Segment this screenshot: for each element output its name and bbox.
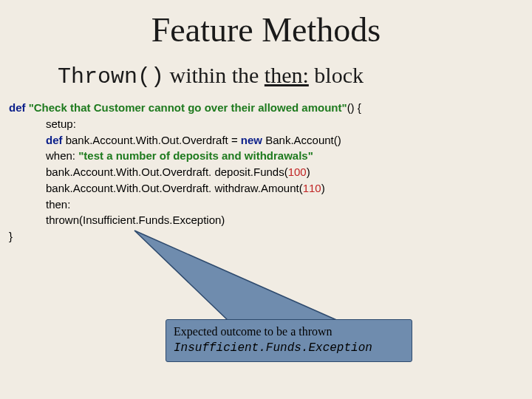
code-line-when: when: "test a number of deposits and wit… xyxy=(9,148,532,164)
keyword-def: def xyxy=(9,101,29,114)
keyword-new: new xyxy=(241,134,265,146)
slide-subtitle: Thrown() within the then: block xyxy=(0,50,532,89)
deposit-call: bank.Account.With.Out.Overdraft. deposit… xyxy=(46,166,288,178)
slide-title: Feature Methods xyxy=(0,0,532,50)
code-tail: () { xyxy=(347,101,361,114)
code-line-deposit: bank.Account.With.Out.Overdraft. deposit… xyxy=(9,164,532,180)
subtitle-mid: within the xyxy=(164,63,265,87)
code-line-withdraw: bank.Account.With.Out.Overdraft. withdra… xyxy=(9,180,532,197)
code-lhs: bank.Account.With.Out.Overdraft = xyxy=(66,134,241,146)
when-string: "test a number of deposits and withdrawa… xyxy=(78,149,313,162)
subtitle-mono: Thrown() xyxy=(58,64,164,89)
svg-marker-0 xyxy=(134,231,340,321)
when-label: when: xyxy=(46,149,78,162)
withdraw-amount: 110 xyxy=(303,182,321,194)
withdraw-call: bank.Account.With.Out.Overdraft. withdra… xyxy=(46,182,303,194)
subtitle-underline: then: xyxy=(265,63,309,87)
close-paren: ) xyxy=(307,166,310,178)
close-paren: ) xyxy=(321,182,325,194)
test-name-string: "Check that Customer cannot go over thei… xyxy=(29,101,347,114)
callout-text: Expected outcome to be a thrown xyxy=(174,325,332,338)
subtitle-tail: block xyxy=(309,63,364,87)
code-rhs: Bank.Account() xyxy=(265,134,341,146)
code-line-1: def "Check that Customer cannot go over … xyxy=(9,100,532,116)
callout: Expected outcome to be a thrown Insuffic… xyxy=(126,236,436,377)
keyword-def: def xyxy=(46,134,66,146)
code-line-def-account: def bank.Account.With.Out.Overdraft = ne… xyxy=(9,132,532,149)
callout-box: Expected outcome to be a thrown Insuffic… xyxy=(166,319,412,362)
code-line-then: then: xyxy=(9,197,532,213)
deposit-amount: 100 xyxy=(288,166,307,178)
callout-exception: Insufficient.Funds.Exception xyxy=(174,341,372,355)
code-line-setup: setup: xyxy=(9,116,532,132)
